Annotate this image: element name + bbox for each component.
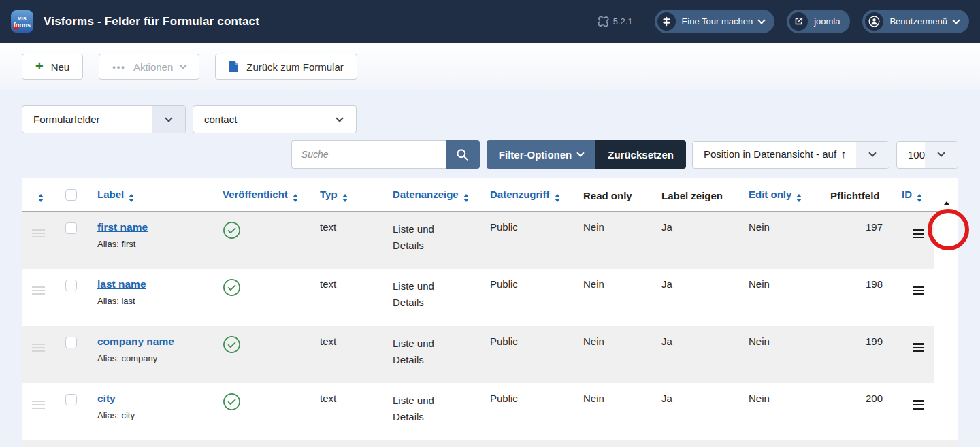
actions-button[interactable]: ••• Aktionen [99,54,199,80]
ascending-sort-icon [944,190,949,201]
signpost-icon [657,12,676,31]
site-button-label: joomla [814,16,840,27]
row-menu-icon[interactable] [913,229,924,239]
table-header-row: Label Veröffentlicht Typ Datenanzeige Da… [22,178,958,212]
form-select[interactable]: contact [193,105,357,133]
field-link[interactable]: last name [97,278,146,290]
user-menu-label: Benutzermenü [889,16,947,27]
sort-arrows-icon [555,194,560,202]
filter-options-button[interactable]: Filter-Optionen [487,140,596,169]
user-menu-button[interactable]: Benutzermenü [862,10,969,33]
column-header-access[interactable]: Datenzugriff [490,178,583,212]
field-alias: Alias: last [97,296,223,306]
field-link[interactable]: company name [97,335,174,347]
field-alias: Alias: company [97,353,223,363]
table-row: city Alias: city text Liste und Details … [22,383,958,440]
drag-handle-icon[interactable] [32,229,45,237]
cell-show-label: Ja [662,383,749,440]
cell-readonly: Nein [583,212,662,269]
select-all-checkbox[interactable] [65,189,77,201]
chevron-down-icon [868,149,876,156]
view-select[interactable]: Formularfelder [22,105,186,133]
column-header-type[interactable]: Typ [320,178,393,212]
row-checkbox[interactable] [65,394,77,405]
sort-arrows-icon [293,194,298,202]
cell-id: 197 [830,212,902,269]
row-menu-icon[interactable] [913,400,924,410]
row-menu-icon[interactable] [913,343,924,352]
top-navbar: vis forms Visforms - Felder für Formular… [0,0,980,43]
cell-edit-only: Nein [749,326,830,383]
field-link[interactable]: city [97,393,116,404]
column-header-readonly: Read only [583,178,662,212]
sort-arrows-icon [917,194,922,202]
new-button-label: Neu [51,61,70,73]
user-icon [865,12,883,31]
cell-type: text [320,383,393,440]
sort-select-value: Position in Datenansicht - auf [704,148,836,160]
cell-show-label: Ja [662,269,749,326]
column-header-published[interactable]: Veröffentlicht [223,178,320,212]
visforms-logo: vis forms [11,10,33,33]
column-header-edit-only[interactable]: Edit only [749,178,830,212]
drag-handle-icon[interactable] [32,286,45,295]
joomla-icon [598,16,609,27]
column-header-display[interactable]: Datenanzeige [393,178,490,212]
published-icon[interactable] [223,230,241,242]
column-header-label[interactable]: Label [87,178,223,212]
next-row-partial [22,440,958,447]
published-icon[interactable] [223,287,241,299]
drag-handle-icon[interactable] [32,401,45,409]
back-to-form-button[interactable]: Zurück zum Formular [215,54,357,80]
page-title: Visforms - Felder für Formular contact [44,15,259,29]
row-menu-icon[interactable] [913,286,924,295]
table-row: company name Alias: company text Liste u… [22,326,958,383]
sort-arrows-icon [129,194,134,202]
external-link-icon [789,12,808,31]
sort-arrows-icon [796,194,802,202]
chevron-down-icon [757,16,765,24]
view-select-value: Formularfelder [22,114,100,125]
chevron-down-icon [165,114,172,122]
column-header-id[interactable]: ID [902,178,934,212]
sort-arrows-icon [463,194,469,202]
cell-id: 199 [830,326,902,383]
new-button[interactable]: + Neu [22,54,83,80]
row-checkbox[interactable] [65,222,77,234]
chevron-down-icon [937,149,945,156]
filter-row: Filter-Optionen Zurücksetzen Position in… [22,140,958,169]
plus-icon: + [35,59,44,73]
cell-edit-only: Nein [749,212,830,269]
limit-select[interactable]: 100 [896,141,958,169]
row-checkbox[interactable] [65,337,77,348]
field-link[interactable]: first name [97,221,148,233]
sort-select[interactable]: Position in Datenansicht - auf↑ [692,141,889,169]
field-alias: Alias: first [97,239,223,249]
sort-ascending-icon: ↑ [840,148,846,160]
tour-button-label: Eine Tour machen [682,16,753,27]
drag-handle-icon[interactable] [32,344,45,352]
chevron-down-icon [577,149,585,156]
form-select-value: contact [193,114,237,125]
row-checkbox[interactable] [65,280,77,291]
reset-button[interactable]: Zurücksetzen [595,140,686,169]
published-icon[interactable] [223,344,241,356]
field-alias: Alias: city [97,410,223,420]
ordering-column-header[interactable] [22,178,54,212]
published-icon[interactable] [223,401,241,413]
site-preview-button[interactable]: joomla [787,10,850,33]
tour-button[interactable]: Eine Tour machen [655,10,775,33]
search-button[interactable] [446,140,480,169]
cell-readonly: Nein [583,326,662,383]
limit-select-value: 100 [897,149,925,161]
cell-id: 198 [830,269,902,326]
cell-display: Liste und Details [393,335,454,368]
fields-table: Label Veröffentlicht Typ Datenanzeige Da… [22,178,958,447]
search-input[interactable] [291,140,446,169]
reset-button-label: Zurücksetzen [608,149,674,161]
cell-type: text [320,326,393,383]
cell-readonly: Nein [583,269,662,326]
cell-type: text [320,269,393,326]
chevron-down-icon [952,16,960,24]
cell-access: Public [490,212,583,269]
